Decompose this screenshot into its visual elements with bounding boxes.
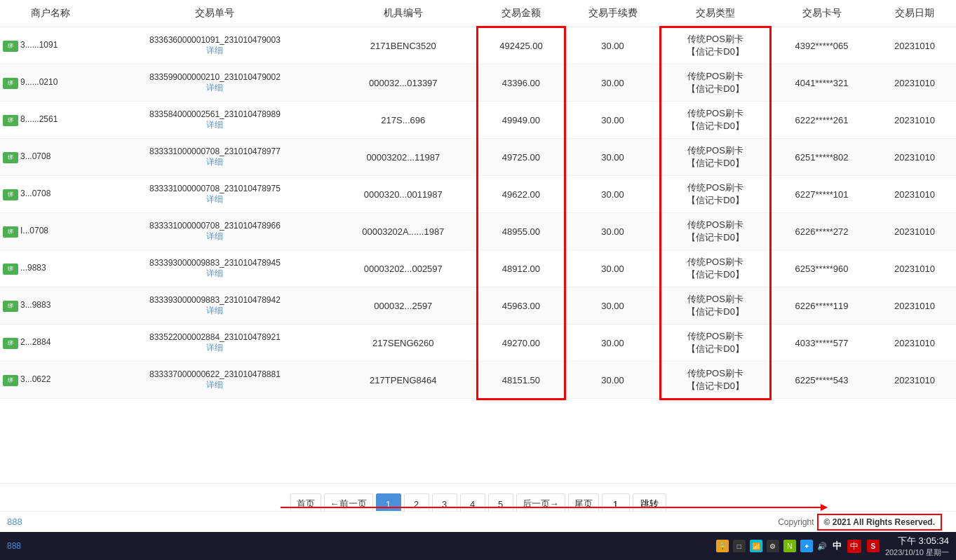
detail-link[interactable]: 详细	[107, 45, 323, 57]
device-cell: 00003202...002597	[328, 250, 478, 287]
type-main: 传统POS刷卡	[666, 330, 765, 343]
card-cell: 6253*****960	[770, 250, 873, 287]
col-header-merchant: 商户名称	[0, 0, 101, 27]
taskbar-time: 下午 3:05:34 2023/10/10 星期一	[885, 535, 949, 558]
table-row: 绑9......0210833599000000210_231010479002…	[0, 64, 956, 102]
date-cell: 20231010	[873, 64, 956, 102]
type-cell: 传统POS刷卡【信记卡D0】	[661, 139, 770, 176]
detail-link[interactable]: 详细	[107, 231, 323, 243]
order-number: 833584000002561_231010478989	[107, 109, 323, 119]
table-row: 绑3...0708833331000000708_231010478975详细0…	[0, 176, 956, 213]
merchant-thumb: 绑	[3, 78, 18, 89]
main-content: 商户名称 交易单号 机具编号 交易金额 交易手续费 交易类型 交易卡号 交易日期…	[0, 0, 956, 483]
tray-icon-2[interactable]: □	[733, 540, 746, 552]
detail-link[interactable]: 详细	[107, 268, 323, 280]
tray-icon-volume[interactable]: 🔊	[817, 542, 827, 551]
merchant-name: 3...0708	[20, 189, 51, 198]
type-main: 传统POS刷卡	[666, 256, 765, 268]
sogou-icon[interactable]: S	[867, 540, 880, 552]
col-header-fee: 交易手续费	[565, 0, 661, 27]
table-row: 绑3...0622833337000000622_231010478881详细2…	[0, 362, 956, 399]
detail-link[interactable]: 详细	[107, 379, 323, 391]
merchant-name: 9......0210	[20, 77, 58, 87]
merchant-thumb: 绑	[3, 375, 18, 386]
merchant-name: 3...0708	[20, 151, 51, 161]
card-cell: 6222*****261	[770, 102, 873, 139]
type-main: 传统POS刷卡	[666, 182, 765, 194]
amount-cell: 49725.00	[478, 139, 565, 176]
fee-cell: 30.00	[565, 27, 661, 64]
col-header-date: 交易日期	[873, 0, 956, 27]
tray-icon-4[interactable]: ⚙	[767, 540, 779, 552]
device-cell: 0000320...0011987	[328, 176, 478, 213]
fee-cell: 30.00	[565, 213, 661, 250]
merchant-thumb: 绑	[3, 338, 18, 349]
taskbar: 888 🔒 □ 📶 ⚙ N ✦ 🔊 中 中 S 下午 3:05:34 2023/…	[0, 532, 956, 560]
card-cell: 4392*****065	[770, 27, 873, 64]
order-number: 833393000009883_231010478945	[107, 258, 323, 268]
merchant-name: I...0708	[20, 226, 48, 235]
tray-icon-bluetooth[interactable]: ✦	[800, 540, 813, 552]
table-header: 商户名称 交易单号 机具编号 交易金额 交易手续费 交易类型 交易卡号 交易日期	[0, 0, 956, 27]
type-cell: 传统POS刷卡【信记卡D0】	[661, 325, 770, 362]
taskbar-left: 888	[7, 541, 21, 551]
taskbar-icons: 🔒 □ 📶 ⚙ N ✦ 🔊	[716, 540, 827, 552]
order-number: 833393000009883_231010478942	[107, 295, 323, 305]
detail-link[interactable]: 详细	[107, 342, 323, 354]
type-main: 传统POS刷卡	[666, 219, 765, 231]
tray-icon-network[interactable]: 📶	[750, 540, 762, 552]
amount-cell: 43396.00	[478, 64, 565, 102]
amount-cell: 48955.00	[478, 213, 565, 250]
merchant-cell: 绑3......1091	[0, 27, 101, 64]
device-cell: 00003202...11987	[328, 139, 478, 176]
type-sub: 【信记卡D0】	[666, 343, 765, 355]
date-cell: 20231010	[873, 250, 956, 287]
merchant-thumb: 绑	[3, 189, 18, 200]
card-cell: 6225*****543	[770, 362, 873, 399]
tray-icon-nvidia[interactable]: N	[783, 540, 796, 552]
taskbar-date: 2023/10/10 星期一	[885, 547, 949, 558]
taskbar-time-main: 下午 3:05:34	[885, 535, 949, 547]
lang-indicator[interactable]: 中	[833, 540, 842, 552]
order-cell: 833599000000210_231010479002详细	[101, 64, 328, 102]
detail-link[interactable]: 详细	[107, 156, 323, 168]
merchant-cell: 绑8......2561	[0, 102, 101, 139]
device-cell: 00003202A......1987	[328, 213, 478, 250]
type-sub: 【信记卡D0】	[666, 83, 765, 95]
col-header-device: 机具编号	[328, 0, 478, 27]
order-cell: 833331000000708_231010478975详细	[101, 176, 328, 213]
fee-cell: 30.00	[565, 176, 661, 213]
order-cell: 833331000000708_231010478966详细	[101, 213, 328, 250]
order-number: 833331000000708_231010478975	[107, 184, 323, 193]
col-header-type: 交易类型	[661, 0, 770, 27]
merchant-name: 8......2561	[20, 114, 58, 124]
type-cell: 传统POS刷卡【信记卡D0】	[661, 102, 770, 139]
detail-link[interactable]: 详细	[107, 119, 323, 131]
type-cell: 传统POS刷卡【信记卡D0】	[661, 250, 770, 287]
type-cell: 传统POS刷卡【信记卡D0】	[661, 27, 770, 64]
merchant-thumb: 绑	[3, 301, 18, 312]
detail-link[interactable]: 详细	[107, 305, 323, 317]
col-header-card: 交易卡号	[770, 0, 873, 27]
date-cell: 20231010	[873, 139, 956, 176]
col-header-order: 交易单号	[101, 0, 328, 27]
table-row: 绑3...9883833393000009883_231010478942详细0…	[0, 287, 956, 325]
type-main: 传统POS刷卡	[666, 33, 765, 46]
table-container: 商户名称 交易单号 机具编号 交易金额 交易手续费 交易类型 交易卡号 交易日期…	[0, 0, 956, 524]
type-sub: 【信记卡D0】	[666, 268, 765, 281]
footer-copyright: Copyright	[778, 517, 814, 527]
detail-link[interactable]: 详细	[107, 193, 323, 205]
merchant-name: 2...2884	[20, 337, 51, 347]
order-cell: 833331000000708_231010478977详细	[101, 139, 328, 176]
type-cell: 传统POS刷卡【信记卡D0】	[661, 362, 770, 399]
order-number: 833337000000622_231010478881	[107, 369, 323, 379]
merchant-cell: 绑I...0708	[0, 213, 101, 250]
ime-indicator[interactable]: 中	[847, 540, 861, 553]
type-sub: 【信记卡D0】	[666, 120, 765, 132]
tray-icon-1[interactable]: 🔒	[716, 540, 729, 552]
table-body: 绑3......1091833636000001091_231010479003…	[0, 27, 956, 399]
table-row: 绑3...0708833331000000708_231010478977详细0…	[0, 139, 956, 176]
merchant-cell: 绑3...9883	[0, 287, 101, 325]
merchant-thumb: 绑	[3, 152, 18, 163]
detail-link[interactable]: 详细	[107, 82, 323, 94]
